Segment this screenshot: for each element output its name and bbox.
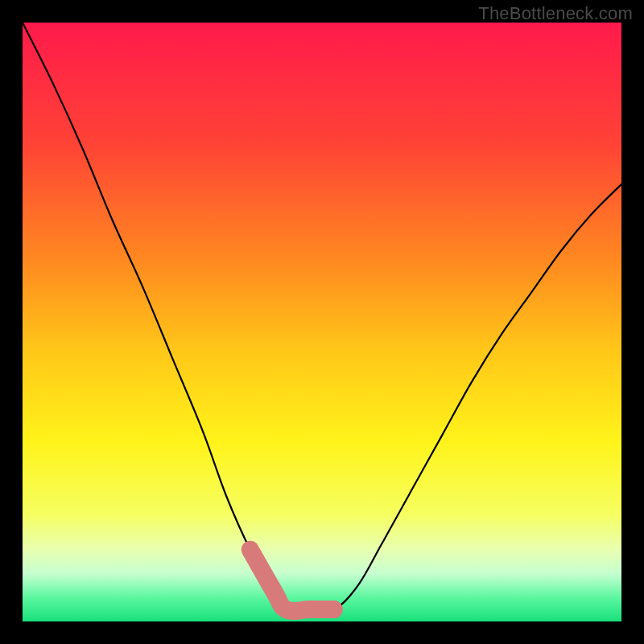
chart-frame: TheBottleneck.com — [0, 0, 644, 644]
plot-background — [23, 23, 621, 621]
bottleneck-chart — [0, 0, 644, 644]
watermark-text: TheBottleneck.com — [478, 3, 633, 24]
